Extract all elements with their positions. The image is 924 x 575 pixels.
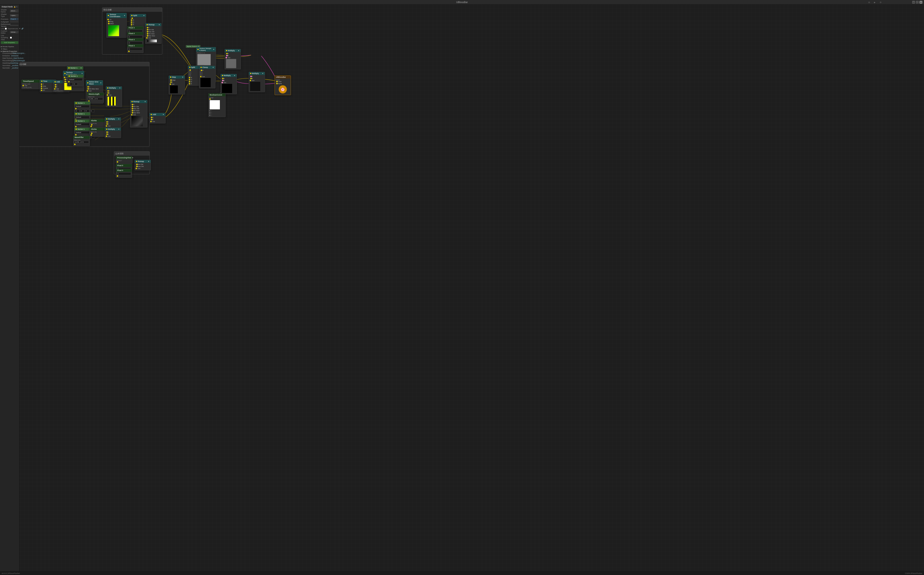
v6-val[interactable] (75, 131, 89, 134)
canvas-area[interactable]: 粒位合帧 Texture Coordinates ▼ Uv Tiling (0, 5, 924, 575)
split-collapse-1[interactable]: ▼ (143, 15, 145, 16)
header-buttons[interactable]: 🔒 ↻ (14, 6, 17, 8)
remap-node-2[interactable]: Remap ▼ In Min Old Max Old Min (130, 100, 147, 127)
multiply-node-2[interactable]: Multiply ▼ A B Out (105, 118, 121, 128)
multiply-node-5[interactable]: Multiply ▼ A B Out (221, 74, 237, 94)
remap2-in: In (131, 104, 146, 105)
clamp-node[interactable]: Clamp ▼ In R 0G 0B 0 Out (199, 66, 215, 88)
tc2-collapse[interactable]: ▼ (81, 73, 83, 75)
icon-link[interactable]: 🔗 (21, 28, 24, 30)
close-btn[interactable]: × (919, 1, 922, 4)
mul2-collapse[interactable]: ▼ (118, 118, 119, 120)
wavefiller-node[interactable]: WaveFiller Wave (m) (73, 136, 90, 146)
multiply-node-6[interactable]: Multiply ▼ A B Out (249, 72, 265, 92)
multiply-node-1[interactable]: Multiply ▼ A B Out (106, 86, 122, 107)
vector1-node-2[interactable]: Vector 1 (67, 75, 84, 86)
ts2-header: Texture Sample 0 (Input) ▼ (196, 47, 216, 52)
value-custom-editor: ASInteractveInspector (10, 31, 18, 33)
output-label-color: Color (278, 81, 281, 83)
toolbar-icon-share[interactable]: ⊞ (868, 1, 870, 3)
vector1-node-3[interactable]: Vector 1 (74, 102, 91, 113)
wf-val[interactable] (74, 141, 89, 143)
clamp-collapse[interactable]: ▼ (212, 67, 214, 68)
add-node-2[interactable]: Add ▼ A B Out (149, 113, 165, 124)
toolbar-icon-play[interactable]: ▶ (874, 1, 876, 3)
output-ulblossar-node[interactable]: UlBlossBar Output Color Alpha 🌸 (275, 76, 291, 95)
toolbar-icon-settings[interactable]: ⚙ (880, 1, 881, 3)
remap2-label-mnn: Min New (133, 110, 140, 111)
remap2-collapse[interactable]: ▼ (144, 101, 146, 103)
use-scripting-checkbox[interactable] (10, 37, 12, 38)
v3-x[interactable] (75, 110, 80, 112)
pv-collapse[interactable]: ▼ (132, 157, 134, 159)
v3-val[interactable] (75, 105, 89, 108)
add2-dot (151, 114, 152, 115)
add2-out (150, 121, 152, 122)
v4-val[interactable] (75, 116, 89, 119)
ts2-collapse[interactable]: ▼ (213, 49, 215, 51)
abs-node-2[interactable]: AbsNa Wave (m) (89, 127, 106, 137)
edit-templates-btn[interactable]: Edit Templates (1, 41, 18, 44)
remap2-max-old: Max Old (131, 108, 146, 110)
mul3-collapse[interactable]: ▼ (118, 128, 119, 130)
multiply-node-3[interactable]: Multiply ▼ A B Out (105, 127, 121, 138)
icon-refresh[interactable]: ↻ (16, 6, 17, 8)
value-precision[interactable]: Float ▾ (10, 18, 18, 21)
v3-y[interactable] (80, 110, 84, 112)
v2-y[interactable] (73, 83, 78, 85)
field-use-scripting: Use Scripting Alias (1, 35, 18, 41)
icon-eye[interactable]: 👁 (19, 28, 21, 30)
remap-collapse-1[interactable]: ▼ (158, 24, 160, 26)
v1-collapse-1[interactable]: ▼ (80, 67, 82, 69)
lod-checkbox[interactable] (5, 28, 7, 30)
step-collapse[interactable]: ▼ (182, 76, 183, 78)
f4-out-4 (128, 51, 130, 52)
f4-value-4[interactable] (128, 48, 143, 51)
float0-node-2[interactable]: Float 0 (116, 169, 132, 178)
nsw-collapse[interactable]: ▼ (100, 82, 102, 84)
time-title: Time (43, 80, 48, 82)
filters-row[interactable]: ▼ Filters (1, 48, 18, 50)
f0-2-val[interactable] (117, 172, 131, 175)
mul2-pin-b: B (106, 123, 120, 125)
maximize-btn[interactable]: □ (916, 1, 919, 4)
material-props-collapse[interactable]: ▶ Material Properties (1, 51, 18, 52)
mul5-collapse[interactable]: ▼ (234, 75, 235, 76)
v2-x[interactable] (68, 83, 73, 85)
checkboxes-row[interactable]: LOD Dependencies 👁 🔗 (1, 28, 18, 30)
processing-view-node[interactable]: ProcessingView ▼ Group 1 (116, 156, 132, 164)
tc-pin-uv: Uv (107, 19, 126, 21)
icon-lock[interactable]: 🔒 (14, 6, 16, 8)
float4-node-4[interactable]: Float 4 (127, 44, 143, 53)
boolean-const-node[interactable]: BooleanConst Range ◆ — ◆ — ◆ — ◆ — (208, 93, 226, 117)
remap3-collapse[interactable]: ▼ (148, 160, 149, 162)
value-mt: _MainTexture (13, 57, 24, 59)
value-subgraph (10, 21, 18, 22)
mul1-collapse[interactable]: ▼ (119, 87, 121, 89)
minimize-btn[interactable]: ─ (912, 1, 915, 4)
v3-z[interactable] (85, 110, 89, 112)
v2-val[interactable] (68, 78, 83, 81)
mul6-collapse[interactable]: ▼ (262, 73, 264, 75)
multiply-node-4[interactable]: Multiply ▼ A B Out (224, 49, 241, 69)
remap-node-1[interactable]: Remap ▼ In Min Old Max Old Min (145, 23, 162, 44)
mul4-collapse[interactable]: ▼ (238, 50, 240, 52)
split2-label-r: R (191, 77, 192, 79)
remap-node-3[interactable]: Remap ▼ Min Old Max Old Out (135, 160, 151, 170)
v3-w[interactable] (90, 110, 94, 112)
abs-node-1[interactable]: AbsNa Wave (m) (89, 119, 106, 128)
comment-box-3-header: 山水切割 (114, 152, 149, 156)
step-node[interactable]: Step ▼ Edge X Out (169, 76, 185, 94)
v5-val[interactable] (75, 123, 89, 126)
timed-speed-node[interactable]: TimedSpeed Group 1 (m) Out 0 (2.00) (2.0… (21, 79, 40, 89)
tc-collapse-1[interactable]: ▼ (124, 15, 126, 16)
texture-coord-node-1[interactable]: Texture Coordinates ▼ Uv Tiling Offset (107, 13, 127, 38)
render-pipeline-collapse[interactable]: ▶ Render Pipeline (1, 46, 18, 48)
f0-2-body (116, 172, 132, 178)
wl-val[interactable] (88, 97, 103, 100)
title-bar-controls[interactable]: ⊞ ▶ ⚙ ─ □ × (912, 1, 922, 4)
split2-dot (189, 67, 191, 68)
mul2-label-a: A (108, 121, 109, 123)
remap2-in-mx (132, 108, 133, 110)
add2-collapse[interactable]: ▼ (162, 114, 164, 116)
